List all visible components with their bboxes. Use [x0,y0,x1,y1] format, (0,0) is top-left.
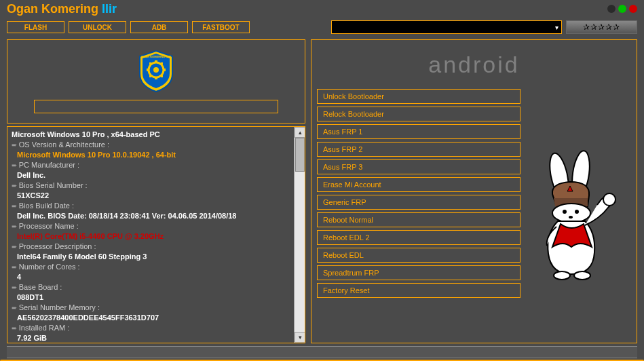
action-generic-frp[interactable]: Generic FRP [317,195,520,210]
scroll-down-icon[interactable]: ▾ [295,332,305,343]
svg-rect-6 [149,62,151,64]
svg-point-1 [153,67,159,73]
app-title: Ogan Komering Ilir [7,2,117,16]
svg-point-16 [575,210,579,214]
sysinfo-header: Microsoft Windows 10 Pro , x64-based PC [12,130,301,140]
sysinfo-label: Installed RAM : [12,323,301,333]
action-relock-bootloader[interactable]: Relock Bootloader [317,107,520,121]
svg-rect-5 [163,69,166,71]
sysinfo-value: Dell Inc. [12,170,301,180]
sysinfo-label: Serial Number Memory : [12,303,301,313]
svg-point-14 [552,204,590,223]
action-reboot-edl-2[interactable]: Reboot EDL 2 [317,230,520,245]
rating-button[interactable]: ✰✰✰✰✰ [566,20,637,34]
sysinfo-value: Intel64 Family 6 Model 60 Stepping 3 [12,252,301,262]
tab-flash[interactable]: FLASH [7,21,64,33]
svg-rect-7 [161,62,163,64]
svg-point-18 [603,193,615,206]
sysinfo-value: 4 [12,272,301,282]
scroll-up-icon[interactable]: ▴ [295,127,305,138]
svg-rect-9 [161,75,163,77]
sysinfo-label: Bios Build Date : [12,201,301,211]
sysinfo-value: Intel(R) Core(TM) i5-4460 CPU @ 3.20GHz [12,231,301,242]
sysinfo-label: Processor Description : [12,242,301,252]
scrollbar[interactable]: ▴ ▾ [294,127,305,343]
sysinfo-label: Base Board : [12,282,301,292]
action-asus-frp-1[interactable]: Asus FRP 1 [317,124,520,139]
sysinfo-value: 7.92 GiB [12,333,301,343]
tab-adb[interactable]: ADB [130,21,188,33]
svg-point-17 [569,216,573,218]
sysinfo-label: Number of Cores : [12,262,301,272]
path-input[interactable] [34,100,278,113]
sysinfo-label: Processor Name : [12,221,301,231]
action-asus-frp-2[interactable]: Asus FRP 2 [317,142,520,157]
tab-fastboot[interactable]: FASTBOOT [192,21,250,33]
action-unlock-bootloader[interactable]: Unlock Bootloader [317,89,520,104]
scroll-thumb[interactable] [295,138,305,172]
sysinfo-label: PC Manufacturer : [12,160,301,170]
action-asus-frp-3[interactable]: Asus FRP 3 [317,159,520,174]
action-factory-reset[interactable]: Factory Reset [317,283,520,298]
maximize-button[interactable] [618,5,626,13]
svg-rect-2 [155,60,157,63]
action-erase-mi-account[interactable]: Erase Mi Account [317,177,520,192]
action-reboot-edl[interactable]: Reboot EDL [317,248,520,263]
system-info-panel: Microsoft Windows 10 Pro , x64-based PCO… [7,126,305,343]
action-spreadtrum-frp[interactable]: Spreadtrum FRP [317,265,520,280]
close-button[interactable] [629,5,637,13]
action-reboot-normal[interactable]: Reboot Normal [317,212,520,227]
sysinfo-value: AE56202378400EDDEE4545FF3631D707 [12,313,301,323]
device-combo[interactable]: ▾ [331,20,562,34]
sysinfo-label: Bios Serial Number : [12,180,301,191]
status-bar [7,346,637,358]
svg-rect-8 [149,75,151,77]
svg-text:OGAN KOMERING ILIR: OGAN KOMERING ILIR [141,55,171,58]
sysinfo-value: 51XCS22 [12,191,301,201]
svg-point-20 [574,271,590,280]
sysinfo-value: Microsoft Windows 10 Pro 10.0.19042 , 64… [12,150,301,160]
android-logo: android [317,45,631,83]
sysinfo-value: Dell Inc. BIOS Date: 08/18/14 23:08:41 V… [12,211,301,221]
tab-unlock[interactable]: UNLOCK [69,21,126,33]
svg-rect-4 [147,69,149,71]
minimize-button[interactable] [607,5,615,13]
crest-logo-icon: OGAN KOMERING ILIR [137,50,175,93]
svg-point-15 [563,210,567,214]
chevron-down-icon: ▾ [555,24,558,31]
mi-bunny-icon [532,145,627,281]
svg-rect-3 [155,77,157,79]
logo-panel: OGAN KOMERING ILIR [7,39,305,124]
sysinfo-value: 088DT1 [12,292,301,303]
sysinfo-label: OS Version & Architecture : [12,140,301,150]
svg-point-19 [554,271,570,280]
